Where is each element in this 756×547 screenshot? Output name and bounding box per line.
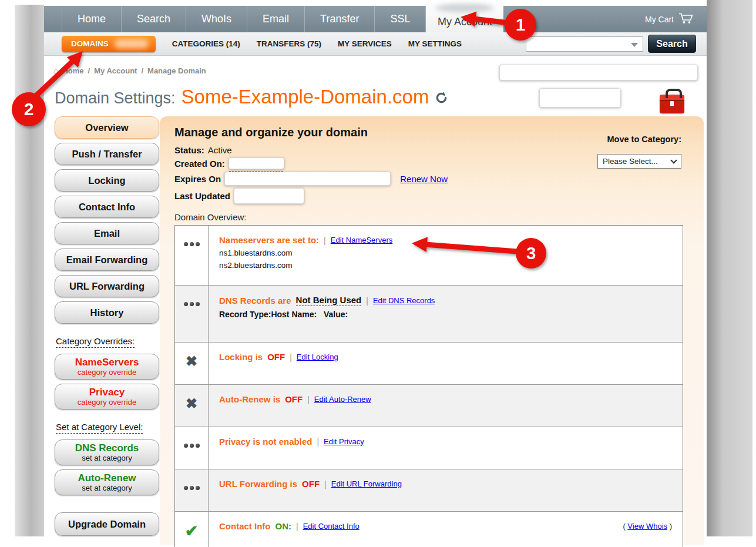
redacted-box [224, 172, 391, 186]
toolbox-icon[interactable] [660, 95, 684, 113]
row-icon-cell: ✖ [175, 385, 209, 427]
sidebar-item-email[interactable]: Email [55, 222, 159, 244]
row-title-status: Not Being Used [296, 295, 362, 306]
row-title: Privacy is not enabled [219, 437, 312, 447]
sidebar-item-contact-info[interactable]: Contact Info [55, 196, 159, 218]
home-icon: ⌂ [53, 66, 58, 75]
override-subtitle: category override [55, 398, 159, 407]
row-body: Privacy is not enabled | Edit Privacy [209, 427, 683, 469]
sidebar-item-nameservers-override[interactable]: NameServers category override [55, 354, 159, 380]
move-to-category: Move to Category: Please Select... [597, 134, 681, 169]
nav-tab-home[interactable]: Home [62, 6, 122, 32]
edit-contact-info-link[interactable]: Edit Contact Info [303, 522, 359, 531]
subnav-item-my-settings[interactable]: MY SETTINGS [408, 39, 462, 48]
sidebar-item-overview[interactable]: Overview [55, 116, 159, 139]
subnav-item-my-services[interactable]: MY SERVICES [338, 39, 392, 48]
content-panel: Manage and organize your domain Status: … [160, 116, 704, 545]
updated-label: Last Updated [174, 191, 230, 201]
table-row-dns-records: DNS Records are Not Being Used | Edit DN… [175, 286, 683, 343]
paren-close: ) [670, 522, 672, 531]
nav-tab-email[interactable]: Email [247, 6, 305, 32]
divider: | [366, 296, 368, 306]
row-icon-cell: ✖ [175, 343, 209, 384]
edit-url-forwarding-link[interactable]: Edit URL Forwarding [331, 479, 402, 488]
combobox-dropdown-icon[interactable] [631, 43, 638, 47]
edit-locking-link[interactable]: Edit Locking [297, 353, 338, 361]
breadcrumb-home[interactable]: Home [62, 66, 83, 75]
breadcrumb-separator: / [88, 66, 90, 75]
edit-privacy-link[interactable]: Edit Privacy [324, 437, 364, 446]
row-title: Auto-Renew is [219, 394, 280, 404]
x-mark-icon: ✖ [186, 355, 197, 367]
override-title: Privacy [55, 387, 159, 398]
row-icon-cell [175, 469, 209, 511]
renew-now-link[interactable]: Renew Now [400, 174, 448, 184]
breadcrumb-my-account[interactable]: My Account [94, 66, 137, 75]
category-title: DNS Records [55, 442, 159, 454]
sub-navigation: DOMAINS CATEGORIES (14) TRANSFERS (75) M… [44, 32, 707, 56]
sidebar-item-push-transfer[interactable]: Push / Transfer [55, 143, 159, 165]
sidebar-item-email-forwarding[interactable]: Email Forwarding [55, 249, 159, 271]
sidebar-item-auto-renew-category[interactable]: Auto-Renew set at category [55, 469, 159, 495]
row-title: Nameservers are set to: [219, 235, 319, 245]
row-title: URL Forwarding is [219, 479, 297, 489]
my-cart[interactable]: My Cart [645, 6, 707, 32]
row-status-off: OFF [285, 394, 303, 404]
row-icon-cell [175, 226, 209, 285]
page: Home Search WhoIs Email Transfer SSL My … [0, 0, 756, 547]
category-title: Auto-Renew [55, 472, 159, 484]
view-whois-link[interactable]: View Whois [627, 522, 667, 531]
redaction-smear [115, 39, 149, 48]
sidebar-item-dns-records-category[interactable]: DNS Records set at category [55, 439, 159, 465]
page-header: Domain Settings: Some-Example-Domain.com [55, 86, 448, 108]
search-button[interactable]: Search [648, 35, 696, 53]
subnav-item-transfers[interactable]: TRANSFERS (75) [257, 39, 321, 48]
nav-tab-ssl[interactable]: SSL [375, 6, 426, 32]
subnav-item-domains-active[interactable]: DOMAINS [62, 36, 156, 52]
check-mark-icon: ✔ [185, 525, 199, 538]
nav-tab-transfer[interactable]: Transfer [305, 6, 375, 32]
edit-auto-renew-link[interactable]: Edit Auto-Renew [314, 395, 371, 404]
page-title-domain: Some-Example-Domain.com [182, 86, 429, 108]
breadcrumb: ⌂ Home / My Account / Manage Domain [53, 66, 206, 75]
edit-nameservers-link[interactable]: Edit NameServers [331, 236, 392, 244]
table-row-locking: ✖ Locking is OFF | Edit Locking [175, 343, 683, 385]
nav-tab-my-account-active[interactable]: My Account [426, 1, 503, 32]
refresh-icon[interactable] [435, 91, 448, 107]
domain-overview-table: Nameservers are set to: | Edit NameServe… [174, 225, 683, 547]
category-select[interactable]: Please Select... [597, 154, 681, 169]
breadcrumb-manage-domain: Manage Domain [147, 66, 206, 75]
expires-line: Expires On Renew Now [174, 172, 704, 186]
table-row-url-forwarding: URL Forwarding is OFF | Edit URL Forward… [175, 469, 683, 512]
domain-search-input[interactable] [526, 37, 626, 51]
divider: | [324, 236, 326, 245]
sidebar-item-history[interactable]: History [55, 301, 159, 324]
divider: | [324, 479, 327, 489]
edit-dns-records-link[interactable]: Edit DNS Records [373, 296, 435, 305]
sidebar-item-locking[interactable]: Locking [55, 169, 159, 192]
override-title: NameServers [55, 357, 159, 368]
subnav-item-categories[interactable]: CATEGORIES (14) [172, 39, 240, 48]
background-strip-left [15, 5, 44, 536]
domains-label: DOMAINS [71, 39, 109, 48]
cart-icon [678, 13, 694, 26]
override-subtitle: category override [55, 368, 159, 377]
sidebar-item-privacy-override[interactable]: Privacy category override [55, 384, 159, 410]
row-title: Locking is [219, 352, 263, 362]
domain-search-combobox[interactable] [526, 36, 643, 52]
domain-overview-label: Domain Overview: [174, 212, 704, 222]
row-title: DNS Records are [219, 296, 291, 306]
panel-inner: Manage and organize your domain Status: … [160, 116, 704, 547]
redacted-box [234, 188, 304, 204]
row-body: Contact Info ON: | Edit Contact Info ( V… [209, 512, 683, 547]
nav-tab-search[interactable]: Search [122, 6, 186, 32]
divider: | [290, 353, 292, 362]
three-dots-icon [184, 444, 200, 448]
upgrade-domain-button[interactable]: Upgrade Domain [55, 512, 159, 536]
category-overrides-heading: Category Overrides: [56, 336, 135, 348]
sidebar-item-url-forwarding[interactable]: URL Forwarding [55, 275, 159, 297]
divider: | [307, 395, 310, 404]
set-at-category-heading: Set at Category Level: [56, 422, 143, 434]
chevron-down-icon [670, 157, 677, 163]
nav-tab-whois[interactable]: WhoIs [186, 6, 247, 32]
